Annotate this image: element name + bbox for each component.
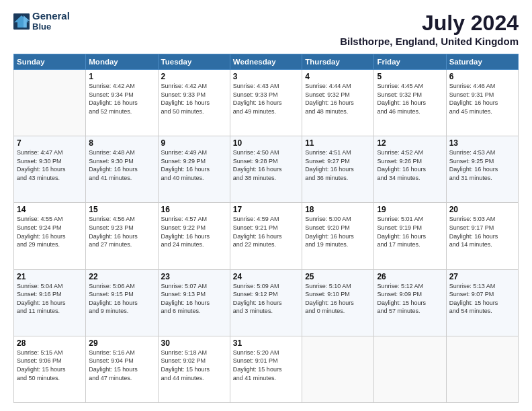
calendar-cell: 25Sunrise: 5:10 AM Sunset: 9:10 PM Dayli…: [302, 269, 374, 336]
day-info: Sunrise: 5:13 AM Sunset: 9:07 PM Dayligh…: [449, 282, 515, 316]
logo-line2: Blue: [32, 22, 70, 32]
day-info: Sunrise: 5:04 AM Sunset: 9:16 PM Dayligh…: [17, 282, 83, 316]
day-info: Sunrise: 4:44 AM Sunset: 9:32 PM Dayligh…: [305, 82, 371, 116]
day-number: 11: [305, 138, 371, 148]
calendar-row: 21Sunrise: 5:04 AM Sunset: 9:16 PM Dayli…: [14, 269, 519, 336]
day-number: 26: [377, 272, 443, 281]
calendar-cell: [374, 336, 446, 402]
day-info: Sunrise: 4:55 AM Sunset: 9:24 PM Dayligh…: [17, 215, 83, 248]
calendar-cell: 18Sunrise: 5:00 AM Sunset: 9:20 PM Dayli…: [302, 203, 374, 269]
day-number: 28: [17, 338, 83, 348]
day-number: 17: [233, 205, 299, 214]
calendar-row: 1Sunrise: 4:42 AM Sunset: 9:34 PM Daylig…: [14, 70, 519, 136]
day-number: 13: [449, 138, 515, 148]
calendar-cell: 17Sunrise: 4:59 AM Sunset: 9:21 PM Dayli…: [230, 203, 302, 269]
weekday-header: Wednesday: [230, 54, 302, 70]
day-info: Sunrise: 5:15 AM Sunset: 9:06 PM Dayligh…: [17, 349, 83, 382]
day-number: 22: [89, 272, 154, 281]
calendar-row: 28Sunrise: 5:15 AM Sunset: 9:06 PM Dayli…: [14, 336, 519, 402]
weekday-header: Monday: [86, 54, 158, 70]
weekday-row: SundayMondayTuesdayWednesdayThursdayFrid…: [14, 54, 519, 70]
day-number: 31: [233, 338, 299, 348]
day-number: 19: [377, 205, 443, 214]
calendar-cell: 27Sunrise: 5:13 AM Sunset: 9:07 PM Dayli…: [446, 269, 518, 336]
day-number: 25: [305, 272, 371, 281]
calendar-cell: 9Sunrise: 4:49 AM Sunset: 9:29 PM Daylig…: [158, 136, 230, 203]
day-number: 24: [233, 272, 299, 281]
calendar-cell: 16Sunrise: 4:57 AM Sunset: 9:22 PM Dayli…: [158, 203, 230, 269]
weekday-header: Friday: [374, 54, 446, 70]
calendar-cell: 5Sunrise: 4:45 AM Sunset: 9:32 PM Daylig…: [374, 70, 446, 136]
day-info: Sunrise: 5:16 AM Sunset: 9:04 PM Dayligh…: [89, 349, 154, 382]
calendar-cell: 26Sunrise: 5:12 AM Sunset: 9:09 PM Dayli…: [374, 269, 446, 336]
day-info: Sunrise: 5:10 AM Sunset: 9:10 PM Dayligh…: [305, 282, 371, 316]
calendar-cell: 23Sunrise: 5:07 AM Sunset: 9:13 PM Dayli…: [158, 269, 230, 336]
weekday-header: Sunday: [14, 54, 86, 70]
day-info: Sunrise: 5:03 AM Sunset: 9:17 PM Dayligh…: [449, 215, 515, 248]
day-number: 2: [161, 72, 227, 81]
calendar-row: 7Sunrise: 4:47 AM Sunset: 9:30 PM Daylig…: [14, 136, 519, 203]
weekday-header: Thursday: [302, 54, 374, 70]
calendar-cell: [446, 336, 518, 402]
logo: General Blue: [13, 11, 70, 32]
day-info: Sunrise: 4:51 AM Sunset: 9:27 PM Dayligh…: [305, 148, 371, 182]
calendar-cell: 14Sunrise: 4:55 AM Sunset: 9:24 PM Dayli…: [14, 203, 86, 269]
calendar-cell: 31Sunrise: 5:20 AM Sunset: 9:01 PM Dayli…: [230, 336, 302, 402]
calendar-cell: 12Sunrise: 4:52 AM Sunset: 9:26 PM Dayli…: [374, 136, 446, 203]
calendar-cell: 22Sunrise: 5:06 AM Sunset: 9:15 PM Dayli…: [86, 269, 158, 336]
calendar-cell: 19Sunrise: 5:01 AM Sunset: 9:19 PM Dayli…: [374, 203, 446, 269]
day-number: 9: [161, 138, 227, 148]
day-info: Sunrise: 4:52 AM Sunset: 9:26 PM Dayligh…: [377, 148, 443, 182]
day-info: Sunrise: 4:56 AM Sunset: 9:23 PM Dayligh…: [89, 215, 154, 248]
day-number: 10: [233, 138, 299, 148]
calendar-cell: 29Sunrise: 5:16 AM Sunset: 9:04 PM Dayli…: [86, 336, 158, 402]
day-info: Sunrise: 4:43 AM Sunset: 9:33 PM Dayligh…: [233, 82, 299, 116]
calendar-cell: 1Sunrise: 4:42 AM Sunset: 9:34 PM Daylig…: [86, 70, 158, 136]
calendar-cell: [302, 336, 374, 402]
day-info: Sunrise: 5:09 AM Sunset: 9:12 PM Dayligh…: [233, 282, 299, 316]
header: General Blue July 2024 Bilsthorpe, Engla…: [13, 11, 519, 47]
day-info: Sunrise: 5:01 AM Sunset: 9:19 PM Dayligh…: [377, 215, 443, 248]
day-number: 4: [305, 72, 371, 81]
day-number: 16: [161, 205, 227, 214]
logo-line1: General: [32, 11, 70, 22]
day-info: Sunrise: 4:57 AM Sunset: 9:22 PM Dayligh…: [161, 215, 227, 248]
day-info: Sunrise: 5:18 AM Sunset: 9:02 PM Dayligh…: [161, 349, 227, 382]
day-number: 23: [161, 272, 227, 281]
day-number: 30: [161, 338, 227, 348]
calendar-cell: 15Sunrise: 4:56 AM Sunset: 9:23 PM Dayli…: [86, 203, 158, 269]
calendar-cell: 11Sunrise: 4:51 AM Sunset: 9:27 PM Dayli…: [302, 136, 374, 203]
logo-text: General Blue: [32, 11, 70, 32]
day-info: Sunrise: 4:42 AM Sunset: 9:33 PM Dayligh…: [161, 82, 227, 116]
day-info: Sunrise: 4:49 AM Sunset: 9:29 PM Dayligh…: [161, 148, 227, 182]
calendar-cell: [14, 70, 86, 136]
day-info: Sunrise: 5:12 AM Sunset: 9:09 PM Dayligh…: [377, 282, 443, 316]
weekday-header: Tuesday: [158, 54, 230, 70]
day-number: 12: [377, 138, 443, 148]
day-info: Sunrise: 4:46 AM Sunset: 9:31 PM Dayligh…: [449, 82, 515, 116]
day-info: Sunrise: 5:07 AM Sunset: 9:13 PM Dayligh…: [161, 282, 227, 316]
day-info: Sunrise: 4:50 AM Sunset: 9:28 PM Dayligh…: [233, 148, 299, 182]
day-number: 27: [449, 272, 515, 281]
calendar-header: SundayMondayTuesdayWednesdayThursdayFrid…: [14, 54, 519, 70]
day-number: 15: [89, 205, 154, 214]
calendar-cell: 28Sunrise: 5:15 AM Sunset: 9:06 PM Dayli…: [14, 336, 86, 402]
day-number: 29: [89, 338, 154, 348]
calendar-cell: 2Sunrise: 4:42 AM Sunset: 9:33 PM Daylig…: [158, 70, 230, 136]
day-info: Sunrise: 5:00 AM Sunset: 9:20 PM Dayligh…: [305, 215, 371, 248]
day-info: Sunrise: 4:59 AM Sunset: 9:21 PM Dayligh…: [233, 215, 299, 248]
subtitle: Bilsthorpe, England, United Kingdom: [340, 36, 519, 47]
day-number: 18: [305, 205, 371, 214]
calendar-cell: 21Sunrise: 5:04 AM Sunset: 9:16 PM Dayli…: [14, 269, 86, 336]
day-info: Sunrise: 5:20 AM Sunset: 9:01 PM Dayligh…: [233, 349, 299, 382]
day-number: 7: [17, 138, 83, 148]
day-info: Sunrise: 4:42 AM Sunset: 9:34 PM Dayligh…: [89, 82, 154, 116]
logo-icon: [13, 13, 30, 30]
main-title: July 2024: [340, 11, 519, 36]
day-info: Sunrise: 4:48 AM Sunset: 9:30 PM Dayligh…: [89, 148, 154, 182]
title-area: July 2024 Bilsthorpe, England, United Ki…: [340, 11, 519, 47]
day-number: 20: [449, 205, 515, 214]
calendar-row: 14Sunrise: 4:55 AM Sunset: 9:24 PM Dayli…: [14, 203, 519, 269]
calendar-cell: 4Sunrise: 4:44 AM Sunset: 9:32 PM Daylig…: [302, 70, 374, 136]
calendar-cell: 3Sunrise: 4:43 AM Sunset: 9:33 PM Daylig…: [230, 70, 302, 136]
